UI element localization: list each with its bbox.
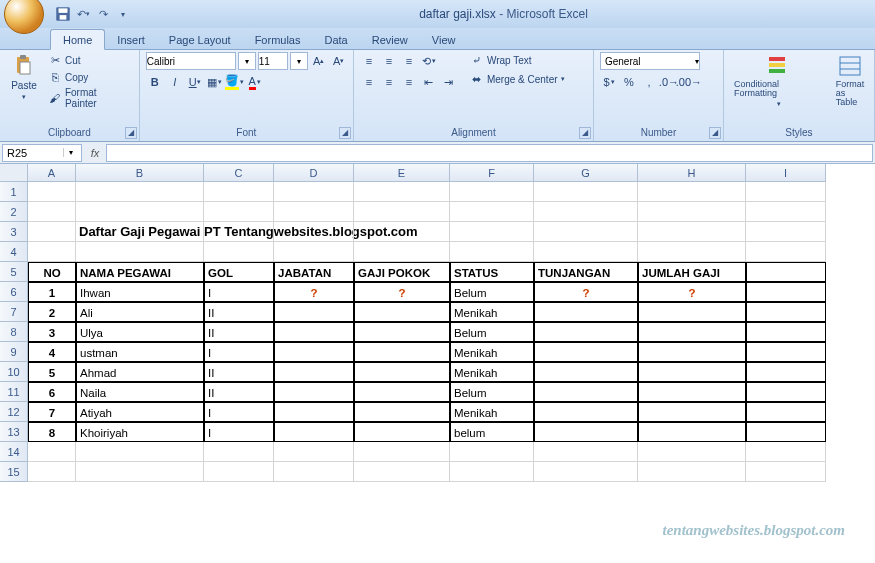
cell[interactable]: NO <box>28 262 76 282</box>
tab-home[interactable]: Home <box>50 29 105 50</box>
select-all-corner[interactable] <box>0 164 28 182</box>
cell[interactable] <box>28 442 76 462</box>
cell[interactable] <box>354 182 450 202</box>
fx-button[interactable]: fx <box>84 147 106 159</box>
cell[interactable]: Ahmad <box>76 362 204 382</box>
font-size-select[interactable] <box>258 52 288 70</box>
cell[interactable]: belum <box>450 422 534 442</box>
comma-button[interactable]: , <box>640 73 658 91</box>
cell[interactable]: TUNJANGAN <box>534 262 638 282</box>
cell[interactable] <box>638 202 746 222</box>
cell[interactable] <box>746 422 826 442</box>
fill-color-button[interactable]: 🪣 <box>226 73 244 91</box>
decrease-indent-button[interactable]: ⇤ <box>420 73 438 91</box>
row-header-6[interactable]: 6 <box>0 282 28 302</box>
tab-review[interactable]: Review <box>360 30 420 49</box>
cell[interactable]: ustman <box>76 342 204 362</box>
row-header-1[interactable]: 1 <box>0 182 28 202</box>
cell[interactable]: Belum <box>450 282 534 302</box>
row-header-9[interactable]: 9 <box>0 342 28 362</box>
format-as-table-button[interactable]: Format as Table <box>832 52 868 109</box>
cell[interactable] <box>638 322 746 342</box>
percent-button[interactable]: % <box>620 73 638 91</box>
border-button[interactable]: ▦ <box>206 73 224 91</box>
cell[interactable] <box>354 362 450 382</box>
cell[interactable] <box>450 462 534 482</box>
cell[interactable]: Ulya <box>76 322 204 342</box>
cell[interactable] <box>638 422 746 442</box>
chevron-down-icon[interactable]: ▾ <box>290 52 308 70</box>
format-painter-button[interactable]: 🖌Format Painter <box>46 86 133 110</box>
cell[interactable]: Ihwan <box>76 282 204 302</box>
cell[interactable]: Menikah <box>450 362 534 382</box>
cell[interactable] <box>638 402 746 422</box>
cell[interactable] <box>534 462 638 482</box>
cell[interactable] <box>354 382 450 402</box>
cell[interactable] <box>76 442 204 462</box>
cell[interactable] <box>354 462 450 482</box>
cell[interactable]: 4 <box>28 342 76 362</box>
grow-font-button[interactable]: A▴ <box>310 52 328 70</box>
cell[interactable]: Daftar Gaji Pegawai PT Tentangwebsites.b… <box>76 222 204 242</box>
cell[interactable] <box>746 382 826 402</box>
column-header-A[interactable]: A <box>28 164 76 182</box>
tab-page-layout[interactable]: Page Layout <box>157 30 243 49</box>
cell[interactable] <box>450 202 534 222</box>
column-header-B[interactable]: B <box>76 164 204 182</box>
cell[interactable]: Menikah <box>450 402 534 422</box>
row-header-8[interactable]: 8 <box>0 322 28 342</box>
spreadsheet-grid[interactable]: ABCDEFGHI 123456789101112131415 Daftar G… <box>0 164 875 560</box>
cell[interactable] <box>746 282 826 302</box>
cell[interactable] <box>450 222 534 242</box>
cell[interactable] <box>746 342 826 362</box>
cell[interactable] <box>746 302 826 322</box>
cell[interactable] <box>638 462 746 482</box>
cell[interactable] <box>274 402 354 422</box>
tab-insert[interactable]: Insert <box>105 30 157 49</box>
merge-center-button[interactable]: ⬌Merge & Center ▾ <box>468 71 567 87</box>
row-header-12[interactable]: 12 <box>0 402 28 422</box>
column-header-C[interactable]: C <box>204 164 274 182</box>
cell[interactable]: 7 <box>28 402 76 422</box>
cell[interactable]: Atiyah <box>76 402 204 422</box>
align-right-button[interactable]: ≡ <box>400 73 418 91</box>
cell[interactable]: Belum <box>450 382 534 402</box>
cell[interactable] <box>534 322 638 342</box>
cell[interactable] <box>638 182 746 202</box>
redo-icon[interactable]: ↷ <box>94 5 112 23</box>
cell[interactable]: NAMA PEGAWAI <box>76 262 204 282</box>
undo-icon[interactable]: ↶▾ <box>74 5 92 23</box>
column-header-D[interactable]: D <box>274 164 354 182</box>
cell[interactable] <box>450 442 534 462</box>
chevron-down-icon[interactable]: ▾ <box>238 52 256 70</box>
cell[interactable]: STATUS <box>450 262 534 282</box>
name-box-input[interactable] <box>3 147 63 159</box>
cell[interactable] <box>450 182 534 202</box>
column-header-F[interactable]: F <box>450 164 534 182</box>
cell[interactable] <box>274 422 354 442</box>
name-box[interactable]: ▾ <box>2 144 82 162</box>
cell[interactable] <box>746 402 826 422</box>
cell[interactable] <box>638 342 746 362</box>
cell[interactable] <box>534 422 638 442</box>
cell[interactable] <box>534 362 638 382</box>
cell[interactable]: 2 <box>28 302 76 322</box>
cell[interactable]: I <box>204 282 274 302</box>
cell[interactable] <box>746 202 826 222</box>
cell[interactable]: Ali <box>76 302 204 322</box>
column-header-E[interactable]: E <box>354 164 450 182</box>
cell[interactable] <box>746 442 826 462</box>
align-center-button[interactable]: ≡ <box>380 73 398 91</box>
increase-indent-button[interactable]: ⇥ <box>440 73 458 91</box>
cell[interactable] <box>638 382 746 402</box>
cell[interactable]: ? <box>638 282 746 302</box>
cell[interactable]: Menikah <box>450 342 534 362</box>
cell[interactable] <box>354 342 450 362</box>
cell[interactable] <box>534 382 638 402</box>
clipboard-dialog-icon[interactable]: ◢ <box>125 127 137 139</box>
cell[interactable]: 8 <box>28 422 76 442</box>
cell[interactable]: I <box>204 342 274 362</box>
row-header-15[interactable]: 15 <box>0 462 28 482</box>
accounting-button[interactable]: $ <box>600 73 618 91</box>
cell[interactable] <box>28 182 76 202</box>
